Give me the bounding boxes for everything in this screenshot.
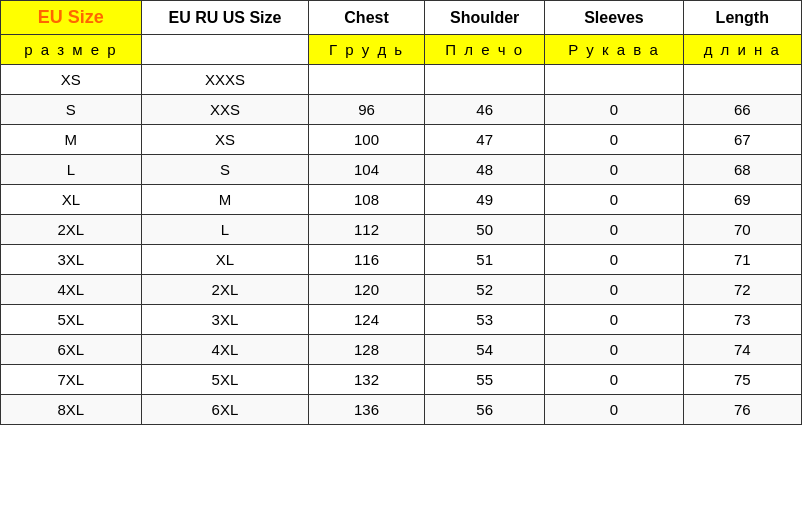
table-cell: XS <box>1 65 142 95</box>
table-cell: 50 <box>424 215 545 245</box>
table-cell: 124 <box>309 305 425 335</box>
table-cell: 69 <box>683 185 801 215</box>
table-cell: 0 <box>545 365 683 395</box>
table-cell: 72 <box>683 275 801 305</box>
table-row: MXS10047067 <box>1 125 802 155</box>
table-cell: 48 <box>424 155 545 185</box>
table-cell: 112 <box>309 215 425 245</box>
other-size-subheader <box>141 35 309 65</box>
sleeves-header: Sleeves <box>545 1 683 35</box>
table-cell: 53 <box>424 305 545 335</box>
table-cell: 56 <box>424 395 545 425</box>
table-cell <box>309 65 425 95</box>
table-cell: 0 <box>545 125 683 155</box>
eu-size-header: EU Size <box>1 1 142 35</box>
table-cell: M <box>141 185 309 215</box>
table-cell: 96 <box>309 95 425 125</box>
table-row: 7XL5XL13255075 <box>1 365 802 395</box>
chest-header: Chest <box>309 1 425 35</box>
table-cell: 74 <box>683 335 801 365</box>
table-row: 5XL3XL12453073 <box>1 305 802 335</box>
table-cell: 128 <box>309 335 425 365</box>
table-cell <box>545 65 683 95</box>
table-row: SXXS9646066 <box>1 95 802 125</box>
other-size-header: EU RU US Size <box>141 1 309 35</box>
table-cell: 132 <box>309 365 425 395</box>
table-cell: 6XL <box>1 335 142 365</box>
table-body: XSXXXSSXXS9646066MXS10047067LS10448068XL… <box>1 65 802 425</box>
table-cell: 0 <box>545 185 683 215</box>
length-header: Length <box>683 1 801 35</box>
table-cell: XXXS <box>141 65 309 95</box>
table-cell: 2XL <box>141 275 309 305</box>
table-cell: S <box>141 155 309 185</box>
shoulder-header: Shoulder <box>424 1 545 35</box>
table-row: LS10448068 <box>1 155 802 185</box>
table-cell: 3XL <box>1 245 142 275</box>
table-cell: 55 <box>424 365 545 395</box>
table-cell: 46 <box>424 95 545 125</box>
table-cell: 47 <box>424 125 545 155</box>
table-cell: 7XL <box>1 365 142 395</box>
table-cell: 2XL <box>1 215 142 245</box>
table-row: XSXXXS <box>1 65 802 95</box>
table-cell: L <box>141 215 309 245</box>
table-cell: 0 <box>545 335 683 365</box>
table-cell: 0 <box>545 215 683 245</box>
table-cell: XL <box>1 185 142 215</box>
table-cell: 0 <box>545 395 683 425</box>
table-row: 2XLL11250070 <box>1 215 802 245</box>
table-cell: 75 <box>683 365 801 395</box>
table-cell: 0 <box>545 95 683 125</box>
table-row: 8XL6XL13656076 <box>1 395 802 425</box>
table-cell: 67 <box>683 125 801 155</box>
eu-size-subheader: р а з м е р <box>1 35 142 65</box>
table-cell: 5XL <box>141 365 309 395</box>
table-cell <box>424 65 545 95</box>
table-cell: XS <box>141 125 309 155</box>
table-cell: 66 <box>683 95 801 125</box>
table-cell: 100 <box>309 125 425 155</box>
table-cell <box>683 65 801 95</box>
table-cell: 136 <box>309 395 425 425</box>
table-cell: 108 <box>309 185 425 215</box>
table-cell: 0 <box>545 305 683 335</box>
table-cell: 5XL <box>1 305 142 335</box>
size-table: EU Size EU RU US Size Chest Shoulder Sle… <box>0 0 802 425</box>
table-cell: 76 <box>683 395 801 425</box>
table-cell: 73 <box>683 305 801 335</box>
table-cell: L <box>1 155 142 185</box>
table-cell: XL <box>141 245 309 275</box>
table-cell: 70 <box>683 215 801 245</box>
table-cell: 4XL <box>141 335 309 365</box>
table-cell: 8XL <box>1 395 142 425</box>
table-cell: 104 <box>309 155 425 185</box>
subheader-row: р а з м е р Г р у д ь П л е ч о Р у к а … <box>1 35 802 65</box>
table-cell: 52 <box>424 275 545 305</box>
chest-subheader: Г р у д ь <box>309 35 425 65</box>
table-cell: 3XL <box>141 305 309 335</box>
table-cell: 0 <box>545 275 683 305</box>
table-cell: 68 <box>683 155 801 185</box>
table-cell: 51 <box>424 245 545 275</box>
table-cell: 71 <box>683 245 801 275</box>
table-cell: 0 <box>545 155 683 185</box>
table-cell: 120 <box>309 275 425 305</box>
sleeves-subheader: Р у к а в а <box>545 35 683 65</box>
length-subheader: д л и н а <box>683 35 801 65</box>
table-row: 4XL2XL12052072 <box>1 275 802 305</box>
table-cell: M <box>1 125 142 155</box>
table-cell: 0 <box>545 245 683 275</box>
shoulder-subheader: П л е ч о <box>424 35 545 65</box>
table-row: 6XL4XL12854074 <box>1 335 802 365</box>
table-cell: XXS <box>141 95 309 125</box>
table-cell: 116 <box>309 245 425 275</box>
table-cell: 49 <box>424 185 545 215</box>
table-row: XLM10849069 <box>1 185 802 215</box>
table-row: 3XLXL11651071 <box>1 245 802 275</box>
header-row: EU Size EU RU US Size Chest Shoulder Sle… <box>1 1 802 35</box>
table-cell: S <box>1 95 142 125</box>
table-cell: 4XL <box>1 275 142 305</box>
table-cell: 6XL <box>141 395 309 425</box>
table-cell: 54 <box>424 335 545 365</box>
